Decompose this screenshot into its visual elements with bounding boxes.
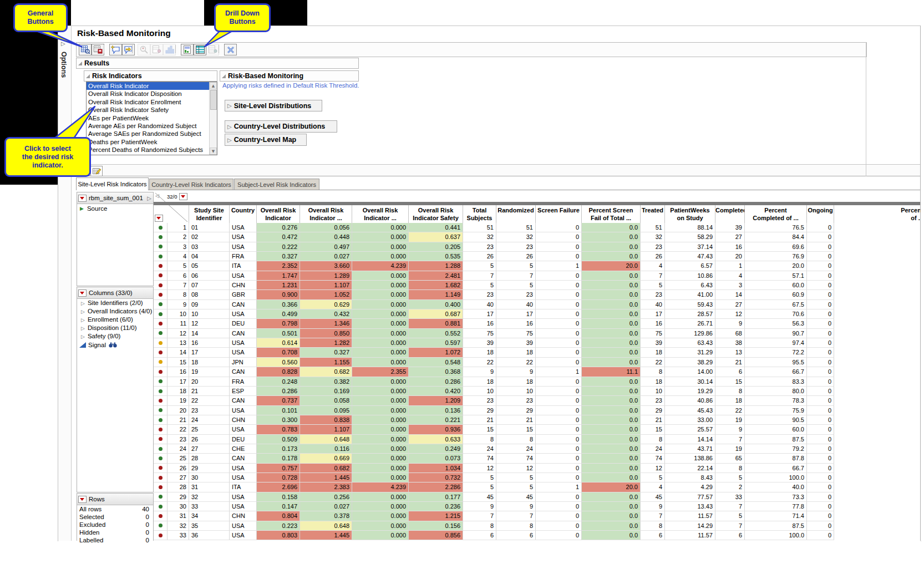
column-header-completed[interactable]: Completed [715, 205, 745, 223]
column-header-screen-failure[interactable]: Screen Failure [536, 205, 582, 223]
cell-ori-enrollment: 0.000 [352, 281, 409, 290]
cell-pct-screen-fail: 0.0 [582, 348, 641, 357]
scroll-columns-left-icon[interactable]: ◁ [155, 193, 159, 199]
red-triangle-menu-icon[interactable] [78, 195, 87, 202]
table-row[interactable]: 1821ESP0.2860.1690.0000.420101000.01019.… [154, 387, 834, 396]
column-header-pct-screen-fail[interactable]: Percent ScreenFail of Total ... [582, 205, 641, 223]
table-row[interactable]: 1417USA0.7080.3270.0001.072181800.01831.… [154, 348, 834, 357]
column-header-ongoing[interactable]: Ongoing [807, 205, 834, 223]
group-disclosure-icon[interactable]: ▷ [81, 301, 85, 306]
group-disclosure-icon[interactable]: ▷ [81, 326, 85, 331]
table-row[interactable]: 1010USA0.4990.4320.0000.687171700.01728.… [154, 309, 834, 319]
rowstate-red-triangle-icon[interactable] [155, 215, 163, 222]
column-group-item[interactable]: ▷Enrollment (6/0) [77, 316, 153, 324]
cell-pct-completed: 76.9 [745, 252, 807, 261]
cell-completed: 14 [715, 290, 745, 299]
table-row[interactable]: 2124CHN0.3000.8380.0000.221212100.02133.… [154, 415, 834, 425]
row-state-dot [154, 406, 167, 415]
table-row[interactable]: 2932USA0.1580.2560.0000.177454500.04577.… [154, 492, 834, 502]
rows-panel-header[interactable]: Rows [77, 494, 153, 505]
column-header-ori-enrollment[interactable]: Overall RiskIndicator ... [352, 205, 409, 223]
cell-screen-failure: 1 [536, 482, 582, 492]
row-state-dot [154, 473, 167, 482]
column-header-rownum[interactable] [167, 205, 189, 223]
cell-total-subjects: 8 [463, 521, 496, 531]
table-row[interactable]: 1214CAN0.5010.8500.0000.552757500.075129… [154, 329, 834, 338]
table-row[interactable]: 505ITA2.3523.6604.2391.28855120.046.5712… [154, 261, 834, 271]
table-row[interactable]: 1518JPN0.5601.1550.0000.548222200.02238.… [154, 358, 834, 367]
red-triangle-menu-icon[interactable] [78, 496, 87, 503]
column-header-country[interactable]: Country [230, 205, 257, 223]
table-row[interactable]: 2427CHE0.1730.1160.0000.249242400.02443.… [154, 444, 834, 454]
cell-ori-enrollment: 0.000 [352, 290, 409, 299]
table-row[interactable]: 808GBR0.9001.0520.0001.149232300.02341.0… [154, 290, 834, 299]
column-header-total-subjects[interactable]: TotalSubjects [463, 205, 496, 223]
table-row[interactable]: 3336USA0.8031.4450.0000.8566600.0611.576… [154, 531, 834, 540]
signal-row[interactable]: Signal [77, 341, 153, 349]
column-group-item[interactable]: ▷Disposition (11/0) [77, 324, 153, 332]
group-disclosure-icon[interactable]: ▷ [81, 309, 85, 314]
table-row[interactable]: 202USA0.4720.4480.0000.637323200.03258.2… [154, 232, 834, 242]
column-header-ori-disposition[interactable]: Overall RiskIndicator ... [300, 205, 352, 223]
table-row[interactable]: 3235USA0.2230.6480.0000.1568800.0814.297… [154, 521, 834, 531]
table-row[interactable]: 1720FRA0.2480.3820.0000.286181800.01830.… [154, 377, 834, 387]
table-row[interactable]: 1922CAN0.7370.0580.0001.209232300.02340.… [154, 396, 834, 405]
table-row[interactable]: 2831ITA2.6962.3834.2392.28655120.044.292… [154, 482, 834, 492]
table-row[interactable]: 3033USA0.1470.0270.0000.2369900.0913.437… [154, 502, 834, 511]
table-row[interactable]: 2629USA0.7570.6820.0001.034121200.01222.… [154, 464, 834, 473]
panel-disclosure-icon[interactable]: ▷ [147, 195, 151, 201]
column-header-state[interactable] [154, 205, 167, 223]
source-row[interactable]: ▶ Source [77, 204, 153, 213]
cell-patientweeks: 22.14 [665, 464, 715, 473]
table-row[interactable]: 606USA1.7471.2890.0002.4817700.0710.8645… [154, 271, 834, 281]
column-header-patientweeks[interactable]: PatientWeekson Study [665, 205, 715, 223]
cell-ori-disposition: 0.169 [300, 387, 352, 396]
cell-country: USA [230, 473, 257, 482]
column-header-ori[interactable]: Overall RiskIndicator [257, 205, 300, 223]
row-stat: Excluded0 [77, 521, 153, 529]
cell-treated: 21 [641, 415, 665, 425]
cell-country: CAN [230, 367, 257, 377]
cell-ori-safety: 0.548 [409, 358, 463, 367]
table-row[interactable]: 2730USA0.7281.4450.0000.7325500.058.4351… [154, 473, 834, 482]
group-disclosure-icon[interactable]: ▷ [81, 334, 85, 339]
group-disclosure-icon[interactable]: ▷ [81, 317, 85, 323]
cell-patientweeks: 13.43 [665, 502, 715, 511]
table-row[interactable]: 3134CHN0.8040.3780.0001.2157700.0711.575… [154, 511, 834, 521]
column-group-item[interactable]: ▷Safety (9/0) [77, 332, 153, 341]
cell-rownum: 28 [167, 482, 189, 492]
red-triangle-menu-icon[interactable] [78, 289, 87, 297]
table-row[interactable]: 2023USA0.1010.0950.0000.136292900.02945.… [154, 406, 834, 415]
table-row[interactable]: 2326DEU0.5090.6480.0000.6338800.0814.147… [154, 435, 834, 444]
table-row[interactable]: 1112DEU0.7981.3460.0000.881161600.01626.… [154, 319, 834, 328]
cell-randomized: 5 [496, 473, 536, 482]
cell-ongoing: 0 [807, 435, 834, 444]
column-header-treated[interactable]: Treated [641, 205, 665, 223]
table-row[interactable]: 1316USA0.6141.2820.0000.597393900.03963.… [154, 338, 834, 348]
column-header-randomized[interactable]: Randomized [496, 205, 536, 223]
columns-panel-header[interactable]: Columns (33/0) [77, 287, 153, 299]
cell-patientweeks: 45.43 [665, 406, 715, 415]
cell-patientweeks: 43.71 [665, 444, 715, 454]
column-header-pct-ongoing[interactable]: Percent Onof ... [834, 205, 924, 223]
table-row[interactable]: 404FRA0.3270.0270.0000.535262600.02647.4… [154, 252, 834, 261]
column-header-pct-completed[interactable]: PercentCompleted of ... [745, 205, 807, 223]
table-row[interactable]: 303USA0.2220.4970.0000.205232300.02337.1… [154, 242, 834, 252]
site-risk-data-grid[interactable]: ◁ 32/0 Study SiteIdentifierCountryOveral… [154, 191, 924, 541]
column-group-item[interactable]: ▷Overall Indicators (4/0) [77, 307, 153, 316]
column-header-ori-safety[interactable]: Overall RiskIndicator Safety [409, 205, 463, 223]
grid-header-row[interactable]: Study SiteIdentifierCountryOverall RiskI… [154, 205, 924, 223]
table-row[interactable]: 2225USA0.7831.1070.0000.936151500.01525.… [154, 425, 834, 434]
column-header-site[interactable]: Study SiteIdentifier [189, 205, 230, 223]
table-panel-header[interactable]: rbm_site_sum_001 ▷ [77, 192, 153, 204]
column-group-item[interactable]: ▷Site Identifiers (2/0) [77, 299, 153, 307]
columns-red-triangle-icon[interactable] [179, 193, 187, 200]
table-row[interactable]: 1619CAN0.8280.6822.3550.36899111.1814.00… [154, 367, 834, 377]
source-run-icon[interactable]: ▶ [80, 206, 84, 211]
table-row[interactable]: 101USA0.2760.0560.0000.441515100.05188.1… [154, 223, 834, 232]
grid-body[interactable]: 101USA0.2760.0560.0000.441515100.05188.1… [154, 223, 834, 540]
table-row[interactable]: 2528CAN0.1780.6690.0000.073747400.074138… [154, 454, 834, 463]
table-row[interactable]: 909CAN0.3660.6290.0000.400404000.04059.4… [154, 300, 834, 309]
risk-dot-g [159, 302, 163, 306]
table-row[interactable]: 707CHN1.2311.1070.0001.6825500.056.43360… [154, 281, 834, 290]
